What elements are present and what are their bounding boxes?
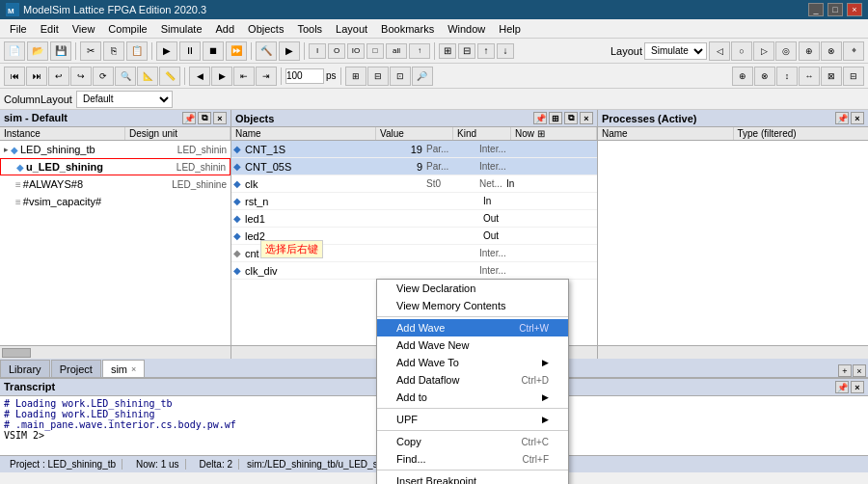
- sim-btn1[interactable]: ▶: [156, 41, 177, 61]
- sim-hscroll[interactable]: [0, 345, 231, 359]
- open-button[interactable]: 📂: [27, 41, 48, 61]
- sim-run-btn[interactable]: ▶: [279, 41, 300, 61]
- menu-edit[interactable]: Edit: [35, 20, 65, 38]
- obj-panel-undock[interactable]: ⊞: [549, 112, 562, 124]
- obj-row-cnt05s[interactable]: ◆ CNT_05S 9 Par... Inter...: [231, 158, 597, 175]
- tb2-btn8[interactable]: 📏: [159, 67, 180, 86]
- obj-row-clk[interactable]: ◆ clk St0 Net... In: [231, 175, 597, 193]
- tb2-btn2[interactable]: ⏭: [26, 67, 47, 86]
- compile-btn[interactable]: 🔨: [256, 41, 277, 61]
- sim-row-u-led[interactable]: ◆ u_LED_shining LED_shinin: [0, 158, 231, 175]
- hscroll-thumb[interactable]: [2, 348, 31, 358]
- menu-bookmarks[interactable]: Bookmarks: [375, 20, 440, 38]
- minimize-button[interactable]: _: [808, 3, 824, 16]
- obj-panel-float[interactable]: ⧉: [564, 112, 578, 124]
- copy-button[interactable]: ⎘: [103, 41, 124, 61]
- tb-extra3[interactable]: ▷: [753, 41, 774, 61]
- menu-compile[interactable]: Compile: [102, 20, 152, 38]
- menu-add[interactable]: Add: [210, 20, 241, 38]
- tb2-r3[interactable]: ↕: [776, 67, 798, 86]
- wave-btn4[interactable]: □: [366, 43, 384, 59]
- sim-btn2[interactable]: ⏸: [179, 41, 201, 61]
- tb2-zoom4[interactable]: 🔎: [412, 67, 433, 86]
- tb2-nav4[interactable]: ⇥: [256, 67, 277, 86]
- tb2-r5[interactable]: ⊠: [821, 67, 842, 86]
- wave-btn5[interactable]: all: [386, 43, 407, 59]
- obj-panel-pin[interactable]: 📌: [533, 112, 547, 124]
- ctx-copy[interactable]: Copy Ctrl+C: [377, 433, 568, 450]
- tab-library[interactable]: Library: [0, 360, 50, 377]
- obj-row-clkdiv[interactable]: ◆ clk_div Inter...: [231, 262, 597, 280]
- time-input[interactable]: [285, 68, 324, 84]
- tb-right2[interactable]: ⊗: [821, 41, 842, 61]
- tb2-zoom1[interactable]: ⊞: [345, 67, 366, 86]
- tab-ctrl1[interactable]: +: [838, 364, 852, 377]
- menu-tools[interactable]: Tools: [291, 20, 328, 38]
- sim-row-led-tb[interactable]: ▸ ◆ LED_shining_tb LED_shinin: [0, 141, 231, 158]
- sim-panel-close[interactable]: ×: [213, 112, 227, 124]
- obj-row-cnt1s[interactable]: ◆ CNT_1S 19 Par... Inter... 选择后右键: [231, 141, 597, 158]
- paste-button[interactable]: 📋: [126, 41, 148, 61]
- proc-panel-close[interactable]: ×: [851, 112, 864, 124]
- obj-panel-close[interactable]: ×: [580, 112, 593, 124]
- tb2-r4[interactable]: ↔: [799, 67, 820, 86]
- tb2-r6[interactable]: ⊟: [843, 67, 864, 86]
- ctx-insert-breakpoint[interactable]: Insert Breakpoint: [377, 472, 568, 484]
- new-button[interactable]: 📄: [4, 41, 25, 61]
- tb2-btn6[interactable]: 🔍: [115, 67, 136, 86]
- obj-row-rstn[interactable]: ◆ rst_n In: [231, 193, 597, 210]
- sim-row-always[interactable]: ≡ #ALWAYS#8 LED_shinine: [0, 175, 231, 193]
- sim-row-vsim[interactable]: ≡ #vsim_capacity#: [0, 193, 231, 210]
- ctx-add-wave[interactable]: Add Wave Ctrl+W: [377, 319, 568, 336]
- menu-view[interactable]: View: [67, 20, 101, 38]
- tb2-zoom3[interactable]: ⊡: [390, 67, 411, 86]
- ctx-add-dataflow[interactable]: Add Dataflow Ctrl+D: [377, 371, 568, 389]
- ctx-upf[interactable]: UPF ▶: [377, 411, 568, 428]
- save-button[interactable]: 💾: [50, 41, 71, 61]
- move-up-btn[interactable]: ↑: [477, 43, 495, 59]
- proc-hscroll[interactable]: [598, 345, 868, 359]
- tb-extra4[interactable]: ◎: [775, 41, 797, 61]
- ctx-find[interactable]: Find... Ctrl+F: [377, 450, 568, 468]
- tab-ctrl2[interactable]: ×: [853, 364, 866, 377]
- menu-window[interactable]: Window: [442, 20, 491, 38]
- tb2-nav1[interactable]: ◀: [189, 67, 210, 86]
- wave-btn6[interactable]: ↑: [409, 43, 430, 59]
- sim-btn4[interactable]: ⏩: [226, 41, 247, 61]
- close-button[interactable]: ×: [847, 3, 862, 16]
- tb2-zoom2[interactable]: ⊟: [367, 67, 389, 86]
- wave-btn1[interactable]: I: [309, 43, 326, 59]
- menu-help[interactable]: Help: [493, 20, 527, 38]
- menu-simulate[interactable]: Simulate: [155, 20, 208, 38]
- tb2-r1[interactable]: ⊕: [732, 67, 753, 86]
- tab-sim[interactable]: sim ×: [102, 360, 145, 377]
- tb-extra2[interactable]: ○: [731, 41, 752, 61]
- transcript-close[interactable]: ×: [851, 381, 864, 393]
- tab-sim-close[interactable]: ×: [131, 364, 136, 374]
- add-wave-btn[interactable]: ⊞: [439, 43, 456, 59]
- sim-panel-float[interactable]: ⧉: [198, 112, 211, 124]
- proc-panel-pin[interactable]: 📌: [835, 112, 849, 124]
- menu-objects[interactable]: Objects: [242, 20, 289, 38]
- ctx-add-to[interactable]: Add to ▶: [377, 389, 568, 406]
- tb-right3[interactable]: ⌖: [843, 41, 864, 61]
- tb-right1[interactable]: ⊕: [799, 41, 820, 61]
- tb-extra1[interactable]: ◁: [709, 41, 730, 61]
- tb2-r2[interactable]: ⊗: [754, 67, 775, 86]
- tb2-btn1[interactable]: ⏮: [4, 67, 25, 86]
- ctx-add-wave-new[interactable]: Add Wave New: [377, 336, 568, 354]
- wave-btn3[interactable]: IO: [347, 43, 365, 59]
- sim-panel-pin[interactable]: 📌: [182, 112, 196, 124]
- tb2-btn3[interactable]: ↩: [48, 67, 69, 86]
- tb2-nav2[interactable]: ▶: [211, 67, 232, 86]
- tab-project[interactable]: Project: [51, 360, 101, 377]
- layout-dropdown[interactable]: Simulate: [644, 42, 707, 60]
- del-wave-btn[interactable]: ⊟: [458, 43, 475, 59]
- cut-button[interactable]: ✂: [80, 41, 101, 61]
- transcript-pin[interactable]: 📌: [835, 381, 849, 393]
- obj-row-led1[interactable]: ◆ led1 Out: [231, 210, 597, 228]
- wave-btn2[interactable]: O: [328, 43, 345, 59]
- maximize-button[interactable]: □: [827, 3, 843, 16]
- menu-layout[interactable]: Layout: [330, 20, 373, 38]
- tb2-nav3[interactable]: ⇤: [233, 67, 255, 86]
